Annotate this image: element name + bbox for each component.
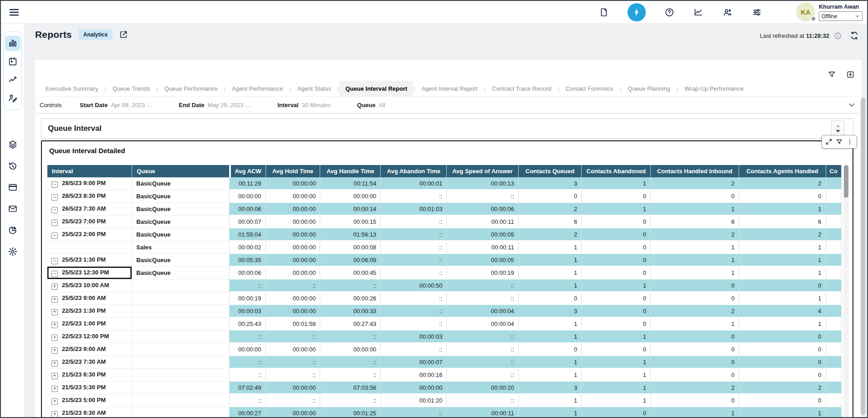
- metric-cell[interactable]: ::: [381, 343, 447, 356]
- metric-cell[interactable]: 0: [582, 241, 651, 254]
- metric-cell[interactable]: 00:00:07: [230, 216, 266, 228]
- queue-cell[interactable]: BasicQueue: [132, 190, 229, 203]
- download-icon[interactable]: [846, 70, 855, 79]
- metric-cell[interactable]: ::: [447, 369, 518, 382]
- metric-cell[interactable]: 07:02:49: [230, 382, 266, 394]
- metric-cell[interactable]: 4: [739, 305, 826, 318]
- metric-cell[interactable]: 1: [582, 330, 651, 343]
- col-header-queue[interactable]: Queue: [132, 165, 229, 177]
- expand-row-icon[interactable]: +: [51, 411, 58, 418]
- metric-cell[interactable]: 00:00:06: [447, 203, 518, 216]
- metric-cell[interactable]: 00:00:19: [447, 267, 518, 279]
- metric-cell[interactable]: [826, 394, 842, 407]
- interval-cell[interactable]: −25/5/23 7:00 PM: [47, 216, 132, 228]
- queue-cell[interactable]: [132, 305, 229, 318]
- metric-cell[interactable]: 00:01:25: [320, 407, 381, 418]
- metric-cell[interactable]: 6: [651, 216, 739, 228]
- quick-actions-bolt-icon[interactable]: [628, 3, 646, 21]
- col-header-avg-handle-time[interactable]: Avg Handle Time: [320, 165, 381, 177]
- metric-cell[interactable]: 1: [651, 254, 739, 267]
- metric-cell[interactable]: 00:00:05: [447, 254, 518, 267]
- metric-cell[interactable]: ::: [266, 369, 321, 382]
- metric-cell[interactable]: 00:00:00: [266, 241, 321, 254]
- notes-icon[interactable]: [598, 7, 609, 18]
- sidebar-item-agent-design[interactable]: [5, 90, 20, 106]
- metric-cell[interactable]: ::: [320, 394, 381, 407]
- metric-cell[interactable]: 1: [739, 318, 826, 330]
- metric-cell[interactable]: ::: [266, 330, 321, 343]
- queue-cell[interactable]: [132, 407, 229, 418]
- external-link-icon[interactable]: [119, 30, 128, 39]
- metric-cell[interactable]: 00:00:50: [381, 279, 447, 292]
- queue-cell[interactable]: Sales: [132, 241, 229, 254]
- expand-row-icon[interactable]: +: [51, 373, 58, 379]
- metric-cell[interactable]: [826, 369, 842, 382]
- interval-cell[interactable]: +21/5/23 5:00 PM: [47, 394, 132, 407]
- metric-cell[interactable]: ::: [381, 216, 447, 228]
- metric-cell[interactable]: 00:00:00: [266, 382, 321, 394]
- interval-cell[interactable]: [47, 241, 132, 254]
- interval-cell[interactable]: +22/5/23 7:30 AM: [47, 356, 132, 369]
- metric-cell[interactable]: 2: [651, 228, 739, 241]
- metric-cell[interactable]: ::: [447, 190, 518, 203]
- metric-cell[interactable]: 1: [519, 394, 582, 407]
- metric-cell[interactable]: 00:06:09: [320, 254, 381, 267]
- metric-cell[interactable]: 00:00:00: [266, 267, 321, 279]
- visual-filter-icon[interactable]: [836, 138, 843, 145]
- metric-cell[interactable]: 0: [739, 330, 826, 343]
- metric-cell[interactable]: 00:00:26: [320, 292, 381, 305]
- metric-cell[interactable]: [826, 241, 842, 254]
- tab-contact-forensics[interactable]: Contact Forensics: [560, 81, 619, 96]
- queue-cell[interactable]: [132, 369, 229, 382]
- metric-cell[interactable]: 2: [739, 382, 826, 394]
- metric-cell[interactable]: ::: [266, 356, 321, 369]
- metric-cell[interactable]: ::: [230, 394, 266, 407]
- metric-cell[interactable]: 0: [651, 356, 739, 369]
- queue-cell[interactable]: [132, 318, 229, 330]
- metric-cell[interactable]: ::: [381, 241, 447, 254]
- metric-cell[interactable]: 00:00:00: [266, 228, 321, 241]
- metric-cell[interactable]: 00:25:43: [230, 318, 266, 330]
- sidebar-item-mail[interactable]: [5, 201, 20, 217]
- col-header-contacts-agents-handled[interactable]: Contacts Agents Handled: [739, 165, 826, 177]
- metric-cell[interactable]: ::: [381, 305, 447, 318]
- queue-cell[interactable]: BasicQueue: [132, 177, 229, 190]
- interval-cell[interactable]: −25/5/23 2:00 PM: [47, 228, 132, 241]
- table-scrollbar-thumb[interactable]: [844, 165, 848, 198]
- interval-cell[interactable]: −28/5/23 8:30 PM: [47, 190, 132, 203]
- spinner-up-icon[interactable]: [836, 124, 840, 127]
- tab-queue-interval-report[interactable]: Queue Interval Report: [339, 81, 413, 96]
- metric-cell[interactable]: 00:00:00: [320, 343, 381, 356]
- metric-cell[interactable]: ::: [230, 279, 266, 292]
- metric-cell[interactable]: 0: [739, 394, 826, 407]
- metric-cell[interactable]: ::: [320, 369, 381, 382]
- interval-cell[interactable]: +21/5/23 5:30 PM: [47, 382, 132, 394]
- metric-cell[interactable]: ::: [266, 279, 321, 292]
- metric-cell[interactable]: ::: [447, 279, 518, 292]
- metric-cell[interactable]: 6: [739, 216, 826, 228]
- metric-cell[interactable]: 1: [651, 203, 739, 216]
- metric-cell[interactable]: 00:01:03: [381, 203, 447, 216]
- metric-cell[interactable]: 0: [739, 356, 826, 369]
- queue-cell[interactable]: BasicQueue: [132, 228, 229, 241]
- expand-row-icon[interactable]: +: [51, 347, 58, 354]
- status-select[interactable]: Offline: [819, 11, 863, 21]
- metric-cell[interactable]: ::: [230, 369, 266, 382]
- metric-cell[interactable]: 00:00:02: [230, 241, 266, 254]
- metric-cell[interactable]: 1: [582, 369, 651, 382]
- metric-cell[interactable]: 00:00:01: [381, 177, 447, 190]
- metric-cell[interactable]: 1: [519, 407, 582, 418]
- hamburger-menu-icon[interactable]: [8, 7, 20, 18]
- expand-row-icon[interactable]: +: [51, 360, 58, 366]
- metric-cell[interactable]: 1: [651, 318, 739, 330]
- queue-cell[interactable]: BasicQueue: [132, 254, 229, 267]
- metric-cell[interactable]: 0: [739, 369, 826, 382]
- metric-cell[interactable]: 00:00:06: [230, 203, 266, 216]
- queue-cell[interactable]: [132, 343, 229, 356]
- metric-cell[interactable]: ::: [381, 292, 447, 305]
- metric-cell[interactable]: 2: [519, 228, 582, 241]
- metric-cell[interactable]: 00:11:29: [230, 177, 266, 190]
- sidebar-item-metrics[interactable]: [5, 72, 20, 88]
- metric-cell[interactable]: 00:00:19: [230, 292, 266, 305]
- metric-cell[interactable]: 1: [519, 254, 582, 267]
